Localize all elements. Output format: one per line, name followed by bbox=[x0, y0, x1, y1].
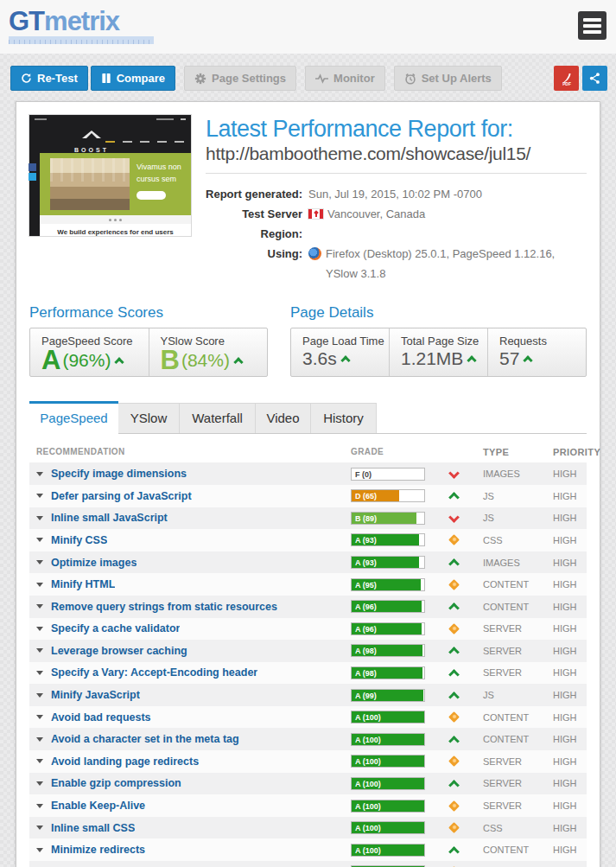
requests-value: 57 bbox=[499, 348, 519, 369]
recommendation-link[interactable]: Leverage browser caching bbox=[51, 645, 187, 657]
table-row[interactable]: Minify CSS A (93) CSS HIGH bbox=[29, 529, 587, 551]
recommendation-link[interactable]: Defer parsing of JavaScript bbox=[51, 490, 192, 502]
recommendation-link[interactable]: Avoid landing page redirects bbox=[51, 755, 199, 768]
firefox-icon bbox=[308, 247, 321, 260]
table-row[interactable]: Inline small JavaScript B (89) JS HIGH bbox=[29, 507, 587, 530]
page-settings-button[interactable]: Page Settings bbox=[184, 66, 296, 91]
table-row[interactable]: Avoid bad requests A (100) CONTENT HIGH bbox=[29, 706, 587, 729]
recommendations-table: RECOMMENDATION GRADE TYPE PRIORITY Speci… bbox=[29, 444, 587, 867]
table-row[interactable]: Leverage browser caching A (98) SERVER H… bbox=[29, 640, 587, 662]
type-label: CONTENT bbox=[472, 734, 546, 744]
recommendation-link[interactable]: Minify CSS bbox=[51, 534, 107, 546]
priority-label: HIGH bbox=[546, 845, 587, 855]
page-load-time-label: Page Load Time bbox=[302, 335, 389, 347]
yslow-percent: (84%) bbox=[181, 350, 230, 371]
grade-label: A (99) bbox=[355, 692, 377, 701]
compare-icon bbox=[101, 73, 111, 84]
recommendation-link[interactable]: Specify a Vary: Accept-Encoding header bbox=[51, 666, 257, 679]
tab-video[interactable]: Video bbox=[256, 403, 311, 433]
table-row[interactable]: Minimize redirects A (100) CONTENT HIGH bbox=[29, 838, 587, 861]
table-row[interactable]: Specify a Vary: Accept-Encoding header A… bbox=[29, 662, 587, 685]
grade-label: A (100) bbox=[355, 824, 381, 833]
expand-triangle-icon bbox=[36, 826, 43, 830]
recommendation-link[interactable]: Enable gzip compression bbox=[51, 777, 181, 789]
table-row[interactable]: Defer parsing of JavaScript D (65) JS HI… bbox=[29, 485, 587, 507]
alarm-icon bbox=[404, 73, 416, 85]
recommendation-link[interactable]: Remove query strings from static resourc… bbox=[51, 601, 277, 613]
table-row[interactable]: Minimize request size A (100) CONTENT HI… bbox=[29, 861, 587, 867]
grade-label: A (98) bbox=[355, 647, 377, 656]
trend-up-icon bbox=[340, 355, 350, 365]
hamburger-menu-button[interactable] bbox=[578, 11, 606, 40]
pagespeed-percent: (96%) bbox=[62, 350, 111, 371]
priority-label: HIGH bbox=[546, 469, 587, 479]
grade-bar: A (100) bbox=[351, 733, 425, 746]
priority-label: HIGH bbox=[546, 800, 587, 811]
recommendation-link[interactable]: Specify image dimensions bbox=[51, 468, 187, 480]
total-page-size-cell: Total Page Size 1.21MB bbox=[389, 328, 487, 376]
tab-waterfall[interactable]: Waterfall bbox=[180, 403, 256, 433]
type-label: CONTENT bbox=[472, 845, 546, 855]
grade-bar: A (100) bbox=[351, 844, 425, 857]
tab-pagespeed[interactable]: PageSpeed bbox=[29, 401, 118, 434]
table-row[interactable]: Inline small CSS A (100) CSS HIGH bbox=[29, 817, 587, 839]
set-up-alerts-button[interactable]: Set Up Alerts bbox=[394, 66, 502, 91]
change-indicator-icon bbox=[448, 845, 460, 856]
table-row[interactable]: Enable gzip compression A (100) SERVER H… bbox=[29, 773, 587, 795]
type-label: CONTENT bbox=[472, 712, 546, 723]
page-details-heading: Page Details bbox=[290, 304, 587, 322]
table-row[interactable]: Specify a cache validator A (96) SERVER … bbox=[29, 618, 587, 641]
expand-triangle-icon bbox=[36, 715, 43, 719]
thumbnail-footer-text: We build experiences for end users bbox=[40, 224, 191, 236]
grade-bar: A (95) bbox=[351, 578, 425, 591]
monitor-button[interactable]: Monitor bbox=[305, 66, 385, 91]
type-label: JS bbox=[472, 491, 546, 501]
report-header: BOOST Vivamus non cursus sem We build ex… bbox=[29, 115, 587, 284]
recommendation-link[interactable]: Inline small JavaScript bbox=[51, 512, 168, 524]
expand-triangle-icon bbox=[36, 604, 43, 609]
gtmetrix-logo[interactable]: GTmetrix bbox=[9, 8, 154, 44]
recommendation-link[interactable]: Minimize redirects bbox=[51, 844, 145, 856]
recommendation-link[interactable]: Optimize images bbox=[51, 557, 137, 569]
logo-metrix: metrix bbox=[44, 6, 119, 36]
mountain-icon bbox=[82, 131, 101, 138]
compare-button[interactable]: Compare bbox=[91, 66, 175, 91]
recommendations-body: Specify image dimensions F (0) IMAGES HI… bbox=[29, 462, 587, 867]
tab-history[interactable]: History bbox=[311, 403, 377, 433]
type-label: CSS bbox=[472, 535, 546, 545]
recommendation-link[interactable]: Minify HTML bbox=[51, 578, 115, 590]
grade-label: B (89) bbox=[355, 514, 377, 524]
recommendation-link[interactable]: Minify JavaScript bbox=[51, 689, 140, 701]
table-row[interactable]: Specify image dimensions F (0) IMAGES HI… bbox=[29, 462, 587, 485]
recommendation-link[interactable]: Avoid a character set in the meta tag bbox=[51, 733, 239, 745]
trend-up-icon bbox=[524, 355, 533, 365]
table-row[interactable]: Avoid a character set in the meta tag A … bbox=[29, 728, 587, 750]
tab-yslow[interactable]: YSlow bbox=[118, 403, 180, 433]
table-row[interactable]: Minify HTML A (95) CONTENT HIGH bbox=[29, 573, 587, 596]
recommendation-link[interactable]: Avoid bad requests bbox=[51, 711, 151, 724]
share-button[interactable] bbox=[582, 66, 607, 91]
recommendation-link[interactable]: Specify a cache validator bbox=[51, 622, 180, 634]
report-tabs: PageSpeed YSlow Waterfall Video History bbox=[29, 401, 587, 434]
expand-triangle-icon bbox=[36, 648, 43, 653]
table-row[interactable]: Optimize images A (93) IMAGES HIGH bbox=[29, 551, 587, 574]
priority-label: HIGH bbox=[546, 491, 587, 501]
expand-triangle-icon bbox=[36, 560, 43, 564]
header-grade: GRADE bbox=[351, 447, 437, 457]
table-row[interactable]: Avoid landing page redirects A (100) SER… bbox=[29, 750, 587, 773]
table-row[interactable]: Enable Keep-Alive A (100) SERVER HIGH bbox=[29, 794, 587, 817]
table-row[interactable]: Remove query strings from static resourc… bbox=[29, 596, 587, 618]
expand-triangle-icon bbox=[36, 516, 43, 520]
grade-label: F (0) bbox=[355, 470, 372, 480]
site-thumbnail[interactable]: BOOST Vivamus non cursus sem We build ex… bbox=[29, 115, 191, 236]
refresh-icon bbox=[21, 73, 32, 84]
grade-bar: A (98) bbox=[351, 666, 425, 679]
recommendation-link[interactable]: Inline small CSS bbox=[51, 822, 135, 834]
download-pdf-button[interactable]: PDF bbox=[554, 66, 579, 91]
type-label: SERVER bbox=[472, 646, 546, 656]
retest-button[interactable]: Re-Test bbox=[10, 66, 88, 91]
table-row[interactable]: Minify JavaScript A (99) JS HIGH bbox=[29, 684, 587, 706]
change-indicator-icon bbox=[448, 601, 460, 612]
recommendation-link[interactable]: Enable Keep-Alive bbox=[51, 800, 145, 812]
site-header: GTmetrix bbox=[0, 0, 616, 54]
